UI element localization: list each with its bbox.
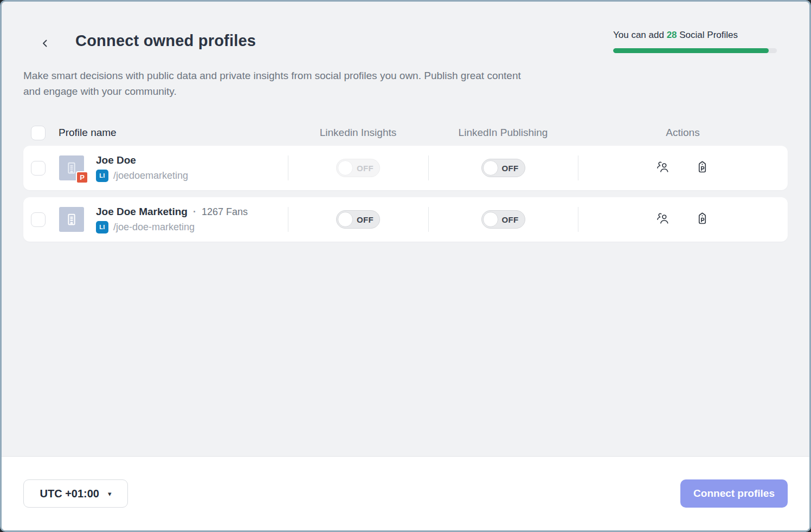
quota-progress-fill [613,48,769,53]
table-row: P Joe Doe LI /joedoemarketing OFF [23,146,788,190]
page-description: Make smart decisions with public data an… [23,68,538,99]
column-header-profile-name: Profile name [59,127,117,139]
pages-tag-button[interactable] [694,211,711,228]
linkedin-badge: LI [96,221,108,233]
timezone-value: UTC +01:00 [40,488,99,500]
insights-cell: OFF [288,146,428,190]
avatar: P [59,155,84,180]
toggle-knob [483,212,498,227]
main-content: Connect owned profiles You can add 28 So… [2,2,809,456]
profile-name: Joe Doe Marketing [96,206,188,218]
connect-profiles-window: Connect owned profiles You can add 28 So… [0,0,811,532]
column-header-publishing: LinkedIn Publishing [428,127,578,139]
quota-progress-track [613,48,777,53]
table-row: Joe Doe Marketing · 1267 Fans LI /joe-do… [23,197,788,242]
connect-profiles-button[interactable]: Connect profiles [680,479,788,508]
profile-cell: Joe Doe Marketing · 1267 Fans LI /joe-do… [23,197,288,242]
insights-toggle[interactable]: OFF [336,159,380,177]
users-icon [656,211,671,228]
pages-tag-button[interactable] [694,160,711,176]
row-checkbox[interactable] [31,161,46,176]
manage-users-button[interactable] [655,160,672,176]
profile-handle: /joe-doe-marketing [113,222,195,233]
chevron-down-icon: ▾ [108,490,112,498]
toggle-label: OFF [353,164,379,173]
table-header-profile: Profile name [23,126,288,140]
profile-cell: P Joe Doe LI /joedoemarketing [23,146,288,190]
page-title: Connect owned profiles [75,32,256,50]
profile-text: Joe Doe LI /joedoemarketing [96,154,188,182]
publishing-cell: OFF [428,146,578,190]
avatar [59,207,84,232]
page-tag-icon [695,211,710,228]
quota-section: You can add 28 Social Profiles [613,30,777,53]
toggle-knob [483,160,498,176]
publishing-toggle[interactable]: OFF [481,210,525,229]
back-button[interactable] [35,34,55,54]
column-header-insights: Linkedin Insights [288,127,428,139]
toggle-label: OFF [498,215,525,224]
manage-users-button[interactable] [655,211,672,228]
page-type-badge: P [76,171,88,184]
select-all-checkbox[interactable] [31,126,46,140]
actions-cell [578,197,788,242]
building-icon [63,211,80,228]
actions-cell [578,146,788,190]
fans-count: 1267 Fans [202,206,248,218]
profile-handle: /joedoemarketing [113,170,188,181]
timezone-dropdown[interactable]: UTC +01:00 ▾ [23,479,128,508]
toggle-label: OFF [498,164,525,173]
publishing-cell: OFF [428,197,578,242]
users-icon [656,160,671,176]
toggle-knob [338,160,353,176]
page-tag-icon [695,160,710,176]
profile-name: Joe Doe [96,154,136,166]
toggle-label: OFF [353,215,379,224]
toggle-knob [338,212,353,227]
profile-text: Joe Doe Marketing · 1267 Fans LI /joe-do… [96,206,248,233]
quota-suffix: Social Profiles [677,30,738,40]
linkedin-badge: LI [96,170,108,182]
quota-text: You can add 28 Social Profiles [613,30,777,41]
insights-cell: OFF [288,197,428,242]
row-checkbox[interactable] [31,212,46,227]
publishing-toggle[interactable]: OFF [481,159,525,177]
dot-separator: · [193,206,196,218]
table-header: Profile name Linkedin Insights LinkedIn … [23,120,788,146]
column-header-actions: Actions [578,127,788,139]
footer-bar: UTC +01:00 ▾ Connect profiles [2,456,809,530]
quota-count: 28 [667,30,677,40]
chevron-left-icon [40,38,50,50]
insights-toggle[interactable]: OFF [336,210,380,229]
quota-prefix: You can add [613,30,667,40]
